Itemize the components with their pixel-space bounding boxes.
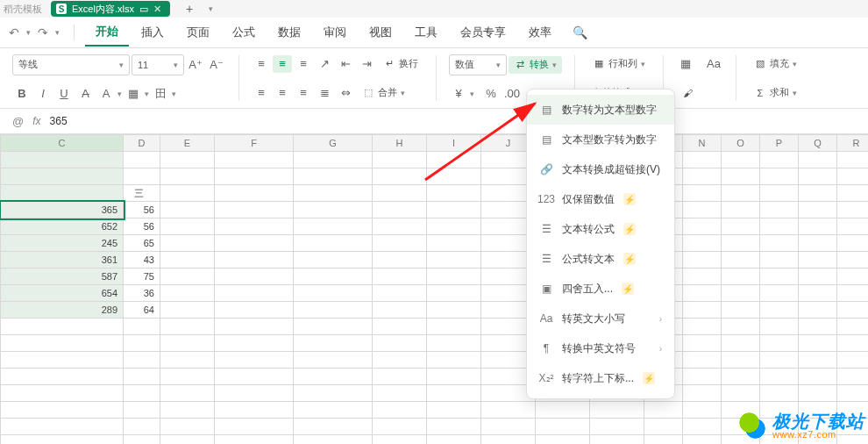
menu-member[interactable]: 会员专享 bbox=[450, 19, 516, 46]
dd-num-to-text[interactable]: ▤数字转为文本型数字 bbox=[527, 95, 674, 125]
col-F[interactable]: F bbox=[215, 135, 294, 152]
cell-D-r6[interactable]: 36 bbox=[124, 285, 160, 302]
menu-data[interactable]: 数据 bbox=[267, 19, 311, 46]
col-E[interactable]: E bbox=[160, 135, 215, 152]
font-select[interactable]: 等线▾ bbox=[12, 54, 130, 75]
col-N[interactable]: N bbox=[683, 135, 722, 152]
number-format-select[interactable]: 数值▾ bbox=[449, 54, 507, 75]
menu-review[interactable]: 审阅 bbox=[313, 19, 357, 46]
cell-C-r1[interactable]: 365 bbox=[1, 202, 124, 218]
halign-left[interactable]: ≡ bbox=[252, 84, 271, 102]
strike-button[interactable]: A̶ bbox=[75, 85, 95, 103]
watermark: 极光下载站 www.xz7.com bbox=[737, 411, 864, 440]
cell-C-r7[interactable]: 289 bbox=[1, 302, 124, 319]
dd-formula-to-text[interactable]: ☰公式转文本⚡ bbox=[527, 244, 674, 274]
menu-page[interactable]: 页面 bbox=[176, 19, 220, 46]
cell-C-r2[interactable]: 652 bbox=[1, 218, 124, 235]
cell-C-r3[interactable]: 245 bbox=[1, 235, 124, 252]
header-cell-D[interactable]: 三 bbox=[124, 185, 160, 202]
valign-mid[interactable]: ≡ bbox=[273, 55, 292, 73]
cell-D-r4[interactable]: 43 bbox=[124, 252, 160, 269]
sum-button[interactable]: Σ求和▾ bbox=[749, 84, 802, 102]
cell-C-r5[interactable]: 587 bbox=[1, 269, 124, 285]
dd-text-to-formula[interactable]: ☰文本转公式⚡ bbox=[527, 214, 674, 244]
cell-D-r1[interactable]: 56 bbox=[124, 202, 160, 218]
dd-text-to-num[interactable]: ▤文本型数字转为数字 bbox=[527, 125, 674, 154]
format-painter[interactable]: 🖌 bbox=[676, 84, 723, 102]
add-tab-menu[interactable]: ▾ bbox=[209, 4, 213, 13]
menu-formula[interactable]: 公式 bbox=[222, 19, 266, 46]
halign-center[interactable]: ≡ bbox=[273, 84, 292, 102]
col-H[interactable]: H bbox=[373, 135, 427, 152]
indent-dec[interactable]: ⇤ bbox=[336, 55, 355, 73]
rows-cols-button[interactable]: ▦行和列▾ bbox=[587, 55, 651, 73]
dd-keep-value[interactable]: 123仅保留数值⚡ bbox=[527, 184, 674, 214]
font-color-button[interactable]: A bbox=[96, 85, 116, 103]
cell-style-icon[interactable]: Aa bbox=[704, 55, 723, 73]
col-O[interactable]: O bbox=[722, 135, 760, 152]
menu-view[interactable]: 视图 bbox=[359, 19, 402, 46]
header-cell[interactable] bbox=[1, 185, 124, 202]
at-icon[interactable]: @ bbox=[12, 115, 24, 128]
redo-button[interactable]: ↷ bbox=[38, 25, 48, 39]
grid-table[interactable]: C D E F G H I J K L M N O P Q R 三 36556 … bbox=[0, 134, 868, 444]
formula-input[interactable]: 365 bbox=[50, 115, 68, 127]
halign-justify[interactable]: ≣ bbox=[315, 84, 334, 102]
template-tab[interactable]: 稻壳模板 bbox=[4, 3, 42, 16]
formula-bar: @ fx 365 bbox=[0, 109, 868, 134]
valign-bottom[interactable]: ≡ bbox=[294, 55, 313, 73]
merge-button[interactable]: ⬚合并▾ bbox=[357, 84, 410, 102]
col-I[interactable]: I bbox=[427, 135, 481, 152]
convert-button[interactable]: ⇄转换▾ bbox=[509, 56, 562, 74]
dd-en-case[interactable]: Aa转英文大小写› bbox=[527, 304, 674, 333]
halign-right[interactable]: ≡ bbox=[294, 84, 313, 102]
col-D[interactable]: D bbox=[124, 135, 160, 152]
dec-inc-button[interactable]: .00 bbox=[502, 85, 522, 103]
cell-D-r5[interactable]: 75 bbox=[124, 269, 160, 285]
dd-text-to-link[interactable]: 🔗文本转换成超链接(V) bbox=[527, 154, 674, 184]
undo-button[interactable]: ↶ bbox=[9, 25, 19, 39]
cell-D-r3[interactable]: 65 bbox=[124, 235, 160, 252]
col-C[interactable]: C bbox=[1, 135, 124, 152]
dd-subscript[interactable]: X₂²转字符上下标...⚡ bbox=[527, 363, 674, 393]
file-tab[interactable]: S Excel内容.xlsx ▭ ✕ bbox=[51, 1, 170, 17]
fill-color-button[interactable]: ▦ bbox=[124, 85, 143, 103]
wrap-button[interactable]: ↵换行 bbox=[378, 55, 423, 73]
cell-C-r4[interactable]: 361 bbox=[1, 252, 124, 269]
dd-symbol[interactable]: ¶转换中英文符号› bbox=[527, 333, 674, 363]
column-header-row[interactable]: C D E F G H I J K L M N O P Q R bbox=[1, 135, 869, 152]
col-R[interactable]: R bbox=[837, 135, 869, 152]
valign-top[interactable]: ≡ bbox=[252, 55, 271, 73]
dd-round[interactable]: ▣四舍五入...⚡ bbox=[527, 274, 674, 304]
menu-tool[interactable]: 工具 bbox=[404, 19, 448, 46]
watermark-url: www.xz7.com bbox=[772, 430, 864, 440]
menu-insert[interactable]: 插入 bbox=[131, 19, 174, 46]
font-inc-button[interactable]: A⁺ bbox=[186, 56, 205, 74]
col-G[interactable]: G bbox=[294, 135, 373, 152]
underline-button[interactable]: U bbox=[54, 85, 74, 103]
italic-button[interactable]: I bbox=[33, 85, 53, 103]
indent-inc[interactable]: ⇥ bbox=[357, 55, 376, 73]
currency-button[interactable]: ¥ bbox=[449, 85, 468, 103]
spreadsheet-grid[interactable]: C D E F G H I J K L M N O P Q R 三 36556 … bbox=[0, 134, 868, 444]
font-size-select[interactable]: 11▾ bbox=[132, 54, 184, 75]
border-button[interactable]: 田 bbox=[151, 85, 170, 103]
distributed[interactable]: ⇔ bbox=[336, 84, 355, 102]
bold-button[interactable]: B bbox=[12, 85, 32, 103]
cell-C-r6[interactable]: 654 bbox=[1, 285, 124, 302]
col-P[interactable]: P bbox=[760, 135, 799, 152]
table-style-icon[interactable]: ▦ bbox=[676, 55, 695, 73]
fill-button[interactable]: ▧填充▾ bbox=[749, 55, 802, 73]
menu-eff[interactable]: 效率 bbox=[518, 19, 562, 46]
cell-D-r2[interactable]: 56 bbox=[124, 218, 160, 235]
font-dec-button[interactable]: A⁻ bbox=[207, 56, 226, 74]
orientation[interactable]: ↗ bbox=[315, 55, 334, 73]
cell-D-r7[interactable]: 64 bbox=[124, 302, 160, 319]
percent-button[interactable]: % bbox=[481, 85, 501, 103]
col-Q[interactable]: Q bbox=[799, 135, 837, 152]
search-icon[interactable]: 🔍 bbox=[573, 25, 587, 39]
fx-label[interactable]: fx bbox=[32, 115, 40, 127]
add-tab-button[interactable]: + bbox=[186, 2, 193, 16]
menu-start[interactable]: 开始 bbox=[85, 18, 129, 47]
close-tab-icon[interactable]: ✕ bbox=[153, 4, 161, 15]
